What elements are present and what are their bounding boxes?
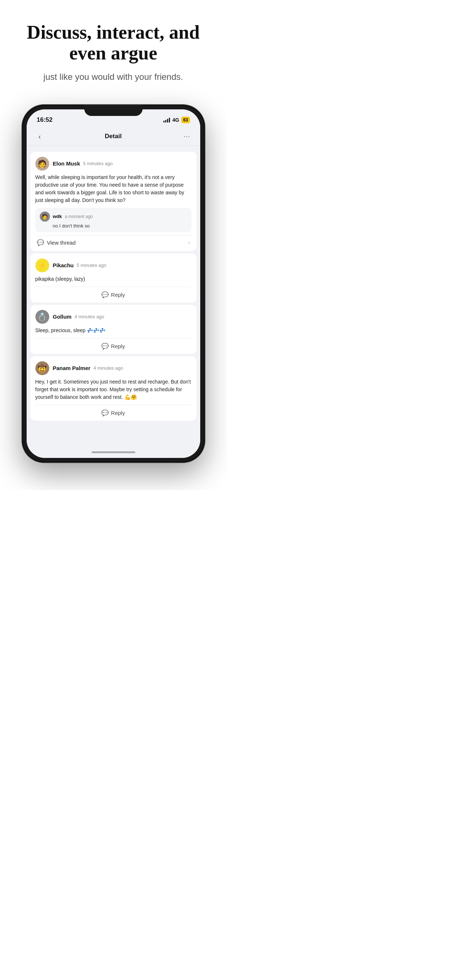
wdk-avatar: 🧑 — [40, 212, 50, 222]
panam-comment-meta: Panam Palmer 4 minutes ago — [53, 365, 123, 371]
pikachu-reply-label: Reply — [111, 292, 125, 298]
panam-reply-label: Reply — [111, 410, 125, 416]
battery-badge: 63 — [181, 117, 190, 123]
comment-header-gollum: 💍 Gollum 4 minutes ago — [35, 310, 191, 324]
view-thread-button[interactable]: 💬 View thread › — [35, 235, 191, 251]
reply-chat-icon-panam: 💬 — [101, 409, 109, 416]
panam-author: Panam Palmer — [53, 365, 91, 371]
gollum-avatar-img: 💍 — [35, 310, 49, 324]
status-time: 16:52 — [37, 116, 53, 124]
elon-body: Well, while sleeping is important for yo… — [35, 173, 191, 204]
panam-reply-button[interactable]: 💬 Reply — [35, 405, 191, 421]
view-thread-label: View thread — [47, 240, 76, 246]
wdk-avatar-emoji: 🧑 — [41, 214, 48, 220]
avatar-panam: 🤠 — [35, 361, 49, 375]
hero-section: Discuss, interact, and even argue just l… — [0, 0, 226, 91]
nav-bar: ‹ Detail ··· — [27, 127, 200, 146]
comment-card-gollum: 💍 Gollum 4 minutes ago Sleep, precious, … — [30, 305, 196, 354]
status-icons: 4G 63 — [163, 117, 190, 123]
nav-title: Detail — [105, 133, 121, 140]
panam-body: Hey, I get it. Sometimes you just need t… — [35, 378, 191, 401]
signal-bar-1 — [163, 121, 164, 123]
pikachu-author: Pikachu — [53, 262, 74, 268]
chevron-right-icon: › — [188, 240, 190, 245]
gollum-reply-label: Reply — [111, 343, 125, 349]
phone-shell: 16:52 4G 63 ‹ Detail ··· — [22, 105, 205, 462]
avatar-elon: 🧑 — [35, 157, 49, 170]
gollum-comment-meta: Gollum 4 minutes ago — [53, 313, 104, 320]
panam-time: 4 minutes ago — [93, 365, 123, 371]
pikachu-body: pikapika (sleepy, lazy) — [35, 275, 191, 283]
sub-comment-header: 🧑 wdk a moment ago — [40, 212, 187, 222]
wdk-time: a moment ago — [65, 214, 93, 219]
hero-subtitle: just like you would with your friends. — [14, 71, 212, 83]
comment-header-panam: 🤠 Panam Palmer 4 minutes ago — [35, 361, 191, 375]
pikachu-time: 5 minutes ago — [77, 262, 107, 268]
comment-card-elon: 🧑 Elon Musk 5 minutes ago Well, while sl… — [30, 152, 196, 251]
more-button[interactable]: ··· — [181, 130, 193, 142]
phone-mockup: 16:52 4G 63 ‹ Detail ··· — [22, 105, 205, 462]
wdk-author: wdk — [53, 214, 62, 219]
gollum-meta: Gollum 4 minutes ago — [53, 313, 104, 320]
signal-bar-3 — [167, 119, 168, 123]
comment-header-elon: 🧑 Elon Musk 5 minutes ago — [35, 157, 191, 170]
elon-avatar-img: 🧑 — [35, 157, 49, 170]
panam-meta: Panam Palmer 4 minutes ago — [53, 365, 123, 371]
elon-meta: Elon Musk 5 minutes ago — [53, 161, 113, 167]
comment-card-pikachu: ⚡ Pikachu 5 minutes ago pikapika (sleepy… — [30, 253, 196, 302]
home-bar — [91, 451, 135, 453]
home-indicator — [27, 447, 200, 458]
reply-chat-icon-pikachu: 💬 — [101, 291, 109, 298]
pikachu-meta: Pikachu 5 minutes ago — [53, 262, 107, 268]
signal-bar-4 — [169, 118, 170, 123]
comment-card-panam: 🤠 Panam Palmer 4 minutes ago Hey, I get … — [30, 356, 196, 421]
phone-notch — [84, 105, 143, 116]
gollum-reply-button[interactable]: 💬 Reply — [35, 338, 191, 354]
wdk-body: no I don't think so — [40, 223, 187, 229]
chat-bubble-icon: 💬 — [37, 239, 44, 246]
signal-bars-icon — [163, 118, 170, 123]
pikachu-avatar-img: ⚡ — [35, 258, 49, 272]
pikachu-reply-button[interactable]: 💬 Reply — [35, 286, 191, 302]
hero-title: Discuss, interact, and even argue — [14, 22, 212, 64]
avatar-pikachu: ⚡ — [35, 258, 49, 272]
network-label: 4G — [172, 117, 179, 123]
comment-header-pikachu: ⚡ Pikachu 5 minutes ago — [35, 258, 191, 272]
gollum-body: Sleep, precious, sleep 💤💤💤 — [35, 327, 191, 334]
comments-feed: 🧑 Elon Musk 5 minutes ago Well, while sl… — [27, 146, 200, 447]
reply-chat-icon-gollum: 💬 — [101, 343, 109, 350]
phone-screen: 16:52 4G 63 ‹ Detail ··· — [27, 110, 200, 458]
thread-sub-comment: 🧑 wdk a moment ago no I don't think so — [35, 208, 191, 232]
elon-author: Elon Musk — [53, 161, 80, 167]
signal-bar-2 — [165, 120, 166, 123]
view-thread-left: 💬 View thread — [37, 239, 76, 246]
avatar-gollum: 💍 — [35, 310, 49, 324]
gollum-time: 4 minutes ago — [74, 314, 104, 320]
elon-time: 5 minutes ago — [83, 161, 113, 166]
pikachu-comment-meta: Pikachu 5 minutes ago — [53, 262, 107, 268]
panam-avatar-img: 🤠 — [35, 361, 49, 375]
gollum-author: Gollum — [53, 313, 72, 320]
back-button[interactable]: ‹ — [34, 130, 46, 142]
elon-comment-meta: Elon Musk 5 minutes ago — [53, 161, 113, 167]
